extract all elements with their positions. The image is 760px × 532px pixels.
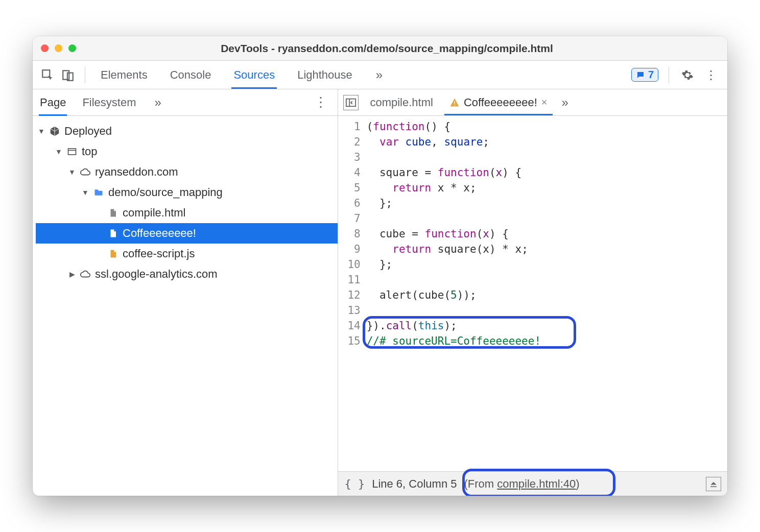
file-icon: [107, 207, 118, 219]
tree-folder[interactable]: ▼ demo/source_mapping: [36, 182, 338, 203]
tree-label: demo/source_mapping: [108, 186, 223, 199]
cursor-position: Line 6, Column 5: [372, 477, 457, 491]
tree-label: top: [82, 145, 98, 158]
main-area: Page Filesystem » ⋮ ▼ Deployed ▼ top: [33, 89, 727, 496]
tree-label: coffee-script.js: [123, 247, 195, 260]
tab-elements[interactable]: Elements: [99, 61, 150, 89]
titlebar: DevTools - ryanseddon.com/demo/source_ma…: [33, 36, 727, 61]
nav-more-options-icon[interactable]: ⋮: [310, 94, 331, 110]
tree-label: Coffeeeeeeee!: [123, 227, 196, 240]
navigator-tabs: Page Filesystem » ⋮: [33, 89, 338, 116]
code-editor[interactable]: 123456789101112131415 (function() { var …: [338, 116, 727, 471]
file-icon: [107, 228, 118, 239]
tree-file-compile[interactable]: compile.html: [36, 203, 338, 223]
toolbar-divider: [85, 67, 85, 83]
editor-statusbar: { } Line 6, Column 5 (From compile.html:…: [338, 471, 727, 496]
frame-icon: [66, 146, 78, 157]
tab-lighthouse[interactable]: Lighthouse: [295, 61, 354, 89]
tree-label: Deployed: [64, 125, 112, 138]
tree-frame-top[interactable]: ▼ top: [36, 141, 338, 162]
tree-domain-analytics[interactable]: ▶ ssl.google-analytics.com: [36, 264, 338, 284]
folder-icon: [93, 187, 104, 198]
devtools-window: DevTools - ryanseddon.com/demo/source_ma…: [33, 36, 727, 496]
device-toolbar-icon[interactable]: [59, 66, 77, 84]
minimize-window-button[interactable]: [55, 44, 62, 52]
toolbar-divider-2: [669, 67, 669, 83]
source-origin: (From compile.html:40): [464, 477, 579, 491]
window-controls: [41, 44, 76, 52]
tab-sources[interactable]: Sources: [231, 61, 277, 89]
cloud-icon: [80, 166, 91, 178]
close-tab-icon[interactable]: ×: [541, 96, 548, 108]
svg-rect-3: [68, 149, 76, 155]
svg-rect-8: [454, 105, 455, 106]
tree-root-deployed[interactable]: ▼ Deployed: [36, 121, 338, 141]
show-drawer-icon[interactable]: [706, 477, 721, 491]
caret-right-icon: ▶: [68, 270, 76, 278]
main-toolbar: Elements Console Sources Lighthouse » 7 …: [33, 61, 727, 89]
editor-tab-compile[interactable]: compile.html: [365, 90, 438, 115]
tab-label: Coffeeeeeeee!: [464, 96, 537, 109]
tree-label: ryanseddon.com: [95, 165, 178, 179]
svg-rect-1: [63, 70, 69, 79]
nav-tab-filesystem[interactable]: Filesystem: [81, 89, 137, 116]
tree-label: compile.html: [123, 206, 185, 220]
editor-tab-coffee[interactable]: Coffeeeeeeee! ×: [444, 90, 553, 115]
more-tabs-icon[interactable]: »: [373, 68, 386, 82]
issues-badge[interactable]: 7: [631, 68, 658, 82]
tab-label: compile.html: [370, 96, 433, 109]
tree-file-coffee[interactable]: Coffeeeeeeee!: [36, 223, 338, 244]
more-options-icon[interactable]: ⋮: [701, 68, 721, 82]
tab-console[interactable]: Console: [168, 61, 213, 89]
caret-down-icon: ▼: [55, 148, 62, 156]
nav-tab-page[interactable]: Page: [39, 89, 67, 116]
line-gutter: 123456789101112131415: [338, 119, 366, 471]
caret-down-icon: ▼: [68, 168, 76, 176]
editor-tabs: compile.html Coffeeeeeeee! × »: [338, 89, 727, 116]
source-link[interactable]: compile.html:40: [497, 477, 576, 490]
settings-icon[interactable]: [677, 69, 698, 81]
close-window-button[interactable]: [41, 44, 49, 52]
file-tree: ▼ Deployed ▼ top ▼ ryanseddon.com: [33, 116, 338, 496]
cube-icon: [49, 126, 60, 137]
caret-down-icon: ▼: [82, 188, 89, 197]
cloud-icon: [80, 269, 91, 280]
pretty-print-icon[interactable]: { }: [344, 477, 365, 490]
tree-domain-ryanseddon[interactable]: ▼ ryanseddon.com: [36, 162, 338, 182]
panel-tabs: Elements Console Sources Lighthouse »: [93, 61, 628, 89]
nav-more-tabs-icon[interactable]: »: [152, 95, 164, 110]
caret-down-icon: ▼: [38, 127, 45, 135]
tree-label: ssl.google-analytics.com: [95, 268, 218, 281]
toggle-navigator-icon[interactable]: [343, 95, 359, 110]
editor-pane: compile.html Coffeeeeeeee! × » 123456789…: [338, 89, 727, 496]
zoom-window-button[interactable]: [68, 44, 76, 52]
svg-rect-7: [454, 101, 455, 104]
code-content[interactable]: (function() { var cube, square; square =…: [367, 119, 727, 471]
inspect-element-icon[interactable]: [39, 66, 56, 84]
warning-icon: [449, 98, 460, 108]
js-file-icon: [107, 248, 118, 259]
tree-file-coffeescript-js[interactable]: coffee-script.js: [36, 244, 338, 264]
window-title: DevTools - ryanseddon.com/demo/source_ma…: [90, 42, 719, 55]
navigator-pane: Page Filesystem » ⋮ ▼ Deployed ▼ top: [33, 89, 338, 496]
editor-more-tabs-icon[interactable]: »: [559, 95, 572, 110]
issues-count: 7: [648, 69, 654, 81]
